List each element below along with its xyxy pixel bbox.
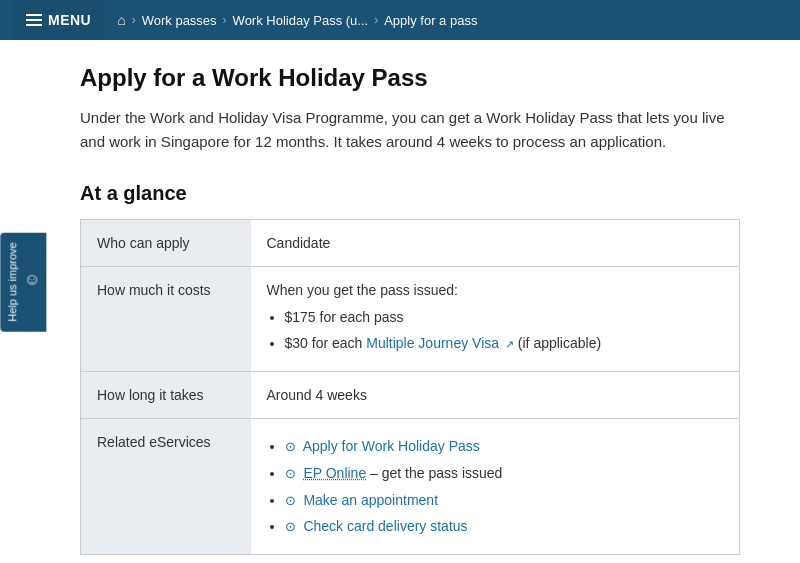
list-item: $175 for each pass (285, 306, 724, 328)
breadcrumb: ⌂ › Work passes › Work Holiday Pass (u..… (117, 12, 477, 28)
list-item: ⊙ Apply for Work Holiday Pass (285, 435, 724, 458)
service-icon: ⊙ (285, 439, 296, 454)
card-delivery-link[interactable]: Check card delivery status (303, 518, 467, 534)
top-nav: MENU ⌂ › Work passes › Work Holiday Pass… (0, 0, 800, 40)
list-item: $30 for each Multiple Journey Visa ↗ (if… (285, 332, 724, 354)
row-value-eservices: ⊙ Apply for Work Holiday Pass ⊙ EP Onlin… (251, 418, 740, 554)
table-row: How much it costs When you get the pass … (81, 267, 740, 371)
row-label-cost: How much it costs (81, 267, 251, 371)
ep-online-link[interactable]: EP Online (303, 465, 366, 481)
help-sidebar[interactable]: Help us improve ☺ (0, 232, 46, 331)
table-row: How long it takes Around 4 weeks (81, 371, 740, 418)
at-a-glance-title: At a glance (80, 182, 740, 205)
row-value-time: Around 4 weeks (251, 371, 740, 418)
eservices-list: ⊙ Apply for Work Holiday Pass ⊙ EP Onlin… (267, 435, 724, 538)
help-sidebar-label: Help us improve (6, 242, 18, 321)
home-icon: ⌂ (117, 12, 125, 28)
breadcrumb-whp[interactable]: Work Holiday Pass (u... (233, 13, 369, 28)
breadcrumb-work-passes[interactable]: Work passes (142, 13, 217, 28)
row-value-who: Candidate (251, 220, 740, 267)
hamburger-icon (26, 14, 42, 26)
row-value-cost: When you get the pass issued: $175 for e… (251, 267, 740, 371)
row-label-who: Who can apply (81, 220, 251, 267)
service-icon: ⊙ (285, 519, 296, 534)
breadcrumb-current: Apply for a pass (384, 13, 477, 28)
row-label-time: How long it takes (81, 371, 251, 418)
main-content: Apply for a Work Holiday Pass Under the … (20, 40, 780, 563)
ep-online-suffix: – get the pass issued (370, 465, 502, 481)
menu-label: MENU (48, 12, 91, 28)
list-item: ⊙ Make an appointment (285, 489, 724, 512)
external-link-icon: ↗ (505, 338, 514, 350)
menu-button[interactable]: MENU (12, 0, 105, 40)
appointment-link[interactable]: Make an appointment (303, 492, 438, 508)
row-label-eservices: Related eServices (81, 418, 251, 554)
cost-intro: When you get the pass issued: (267, 282, 458, 298)
mjv-link[interactable]: Multiple Journey Visa (366, 335, 499, 351)
cost-list: $175 for each pass $30 for each Multiple… (267, 306, 724, 355)
list-item: ⊙ Check card delivery status (285, 515, 724, 538)
table-row: Who can apply Candidate (81, 220, 740, 267)
intro-text: Under the Work and Holiday Visa Programm… (80, 106, 740, 154)
service-icon: ⊙ (285, 466, 296, 481)
service-icon: ⊙ (285, 493, 296, 508)
ep-online-label: EP Online (303, 465, 366, 481)
apply-whp-link[interactable]: Apply for Work Holiday Pass (303, 438, 480, 454)
page-title: Apply for a Work Holiday Pass (80, 64, 740, 92)
glance-table: Who can apply Candidate How much it cost… (80, 219, 740, 555)
table-row: Related eServices ⊙ Apply for Work Holid… (81, 418, 740, 554)
list-item: ⊙ EP Online – get the pass issued (285, 462, 724, 485)
smiley-icon: ☺ (24, 271, 40, 289)
